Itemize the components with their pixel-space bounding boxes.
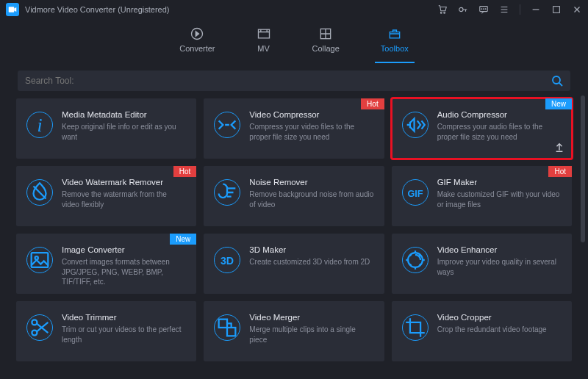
svg-text:3D: 3D bbox=[220, 255, 234, 267]
compress-icon bbox=[214, 112, 240, 138]
tab-label: MV bbox=[257, 44, 270, 53]
tab-collage[interactable]: Collage bbox=[312, 24, 340, 56]
toolbox-icon bbox=[387, 26, 402, 41]
new-badge: New bbox=[545, 98, 572, 109]
tool-desc: Make customized GIF with your video or i… bbox=[437, 190, 562, 209]
enhance-icon bbox=[402, 247, 429, 273]
tab-label: Collage bbox=[312, 44, 340, 53]
tool-desc: Crop the redundant video footage bbox=[437, 325, 562, 335]
tool-desc: Improve your video quality in several wa… bbox=[437, 257, 562, 277]
tool-video-watermark-remover[interactable]: Hot Video Watermark Remover Remove the w… bbox=[16, 166, 196, 226]
tool-title: Image Converter bbox=[62, 245, 186, 254]
hot-badge: Hot bbox=[548, 166, 572, 177]
collage-icon bbox=[318, 26, 333, 41]
tool-desc: Keep original file info or edit as you w… bbox=[62, 122, 186, 142]
tab-label: Toolbox bbox=[381, 44, 409, 53]
hot-badge: Hot bbox=[361, 98, 384, 109]
svg-point-6 bbox=[484, 9, 484, 10]
cart-icon[interactable] bbox=[437, 4, 448, 15]
image-icon bbox=[26, 247, 53, 273]
tool-title: Noise Remover bbox=[249, 178, 373, 187]
tools-grid: i Media Metadata Editor Keep original fi… bbox=[0, 94, 588, 369]
svg-rect-16 bbox=[32, 253, 49, 267]
tool-desc: Compress your video files to the proper … bbox=[249, 122, 373, 142]
svg-point-5 bbox=[481, 9, 482, 10]
pin-icon[interactable] bbox=[554, 142, 564, 153]
tab-converter[interactable]: Converter bbox=[179, 24, 215, 56]
mv-icon bbox=[257, 26, 271, 41]
three-d-icon: 3D bbox=[214, 247, 240, 273]
audio-compress-icon bbox=[402, 112, 429, 138]
tool-noise-remover[interactable]: Noise Remover Remove background noise fr… bbox=[204, 166, 384, 226]
tool-desc: Trim or cut your videos to the perfect l… bbox=[62, 325, 186, 344]
tool-desc: Remove the watermark from the video flex… bbox=[62, 190, 186, 209]
svg-point-1 bbox=[440, 12, 442, 14]
app-logo-icon bbox=[6, 3, 19, 16]
menu-icon[interactable] bbox=[499, 4, 509, 15]
tool-title: Audio Compressor bbox=[437, 110, 562, 119]
tool-video-compressor[interactable]: Hot Video Compressor Compress your video… bbox=[204, 98, 384, 159]
scrollbar[interactable] bbox=[581, 95, 585, 372]
tool-title: Video Watermark Remover bbox=[62, 178, 186, 187]
app-title: Vidmore Video Converter (Unregistered) bbox=[25, 5, 169, 14]
tool-desc: Compress your audio files to the proper … bbox=[437, 122, 562, 142]
tool-video-trimmer[interactable]: Video Trimmer Trim or cut your videos to… bbox=[16, 301, 196, 361]
hot-badge: Hot bbox=[173, 166, 197, 177]
crop-icon bbox=[402, 314, 429, 341]
tools-scroll-area: i Media Metadata Editor Keep original fi… bbox=[0, 94, 588, 379]
new-badge: New bbox=[170, 234, 196, 245]
svg-point-7 bbox=[485, 9, 486, 10]
info-icon: i bbox=[26, 112, 53, 138]
tool-title: Video Enhancer bbox=[437, 245, 562, 254]
minimize-icon[interactable] bbox=[531, 4, 541, 15]
tool-audio-compressor[interactable]: New Audio Compressor Compress your audio… bbox=[392, 98, 572, 159]
svg-point-13 bbox=[553, 76, 560, 84]
svg-point-2 bbox=[444, 12, 445, 14]
search-bar[interactable] bbox=[18, 71, 570, 91]
tab-mv[interactable]: MV bbox=[257, 24, 271, 56]
tool-title: Video Cropper bbox=[437, 313, 562, 322]
merge-icon bbox=[214, 314, 240, 341]
tool-title: Video Compressor bbox=[249, 110, 373, 119]
svg-rect-10 bbox=[258, 29, 269, 38]
watermark-icon bbox=[26, 179, 53, 206]
key-icon[interactable] bbox=[458, 4, 468, 15]
main-tabs: Converter MV Collage Toolbox bbox=[0, 24, 588, 63]
search-input[interactable] bbox=[25, 76, 545, 86]
tab-label: Converter bbox=[179, 44, 215, 53]
svg-point-3 bbox=[459, 7, 463, 11]
separator bbox=[520, 4, 520, 15]
svg-rect-22 bbox=[219, 320, 227, 328]
svg-rect-23 bbox=[227, 328, 235, 336]
converter-icon bbox=[190, 26, 204, 41]
svg-rect-8 bbox=[553, 7, 560, 13]
search-icon[interactable] bbox=[551, 75, 563, 87]
tool-desc: Remove background noise from audio of vi… bbox=[249, 190, 373, 209]
feedback-icon[interactable] bbox=[478, 4, 489, 15]
tool-title: Video Trimmer bbox=[62, 313, 186, 322]
tool-gif-maker[interactable]: Hot GIF GIF Maker Make customized GIF wi… bbox=[392, 166, 572, 226]
svg-rect-12 bbox=[390, 32, 399, 38]
svg-text:i: i bbox=[37, 115, 42, 136]
tool-media-metadata-editor[interactable]: i Media Metadata Editor Keep original fi… bbox=[16, 98, 196, 159]
tool-desc: Convert images formats between JPG/JPEG,… bbox=[62, 257, 186, 287]
tool-3d-maker[interactable]: 3D 3D Maker Create customized 3D video f… bbox=[204, 234, 384, 294]
maximize-icon[interactable] bbox=[551, 4, 562, 15]
tool-title: Media Metadata Editor bbox=[62, 110, 186, 119]
tool-desc: Merge multiple clips into a single piece bbox=[249, 325, 373, 344]
tool-video-enhancer[interactable]: Video Enhancer Improve your video qualit… bbox=[392, 234, 572, 294]
close-icon[interactable] bbox=[572, 4, 582, 15]
tool-image-converter[interactable]: New Image Converter Convert images forma… bbox=[16, 234, 196, 294]
tool-title: 3D Maker bbox=[249, 245, 373, 254]
tab-toolbox[interactable]: Toolbox bbox=[381, 24, 409, 56]
scrollbar-thumb[interactable] bbox=[581, 95, 585, 242]
titlebar: Vidmore Video Converter (Unregistered) bbox=[0, 0, 588, 19]
gif-icon: GIF bbox=[402, 179, 429, 206]
noise-icon bbox=[214, 179, 240, 206]
svg-text:GIF: GIF bbox=[407, 188, 423, 199]
tool-desc: Create customized 3D video from 2D bbox=[249, 257, 373, 267]
tool-video-cropper[interactable]: Video Cropper Crop the redundant video f… bbox=[392, 301, 572, 361]
tool-title: GIF Maker bbox=[437, 178, 562, 187]
tool-video-merger[interactable]: Video Merger Merge multiple clips into a… bbox=[204, 301, 384, 361]
scissors-icon bbox=[26, 314, 53, 341]
